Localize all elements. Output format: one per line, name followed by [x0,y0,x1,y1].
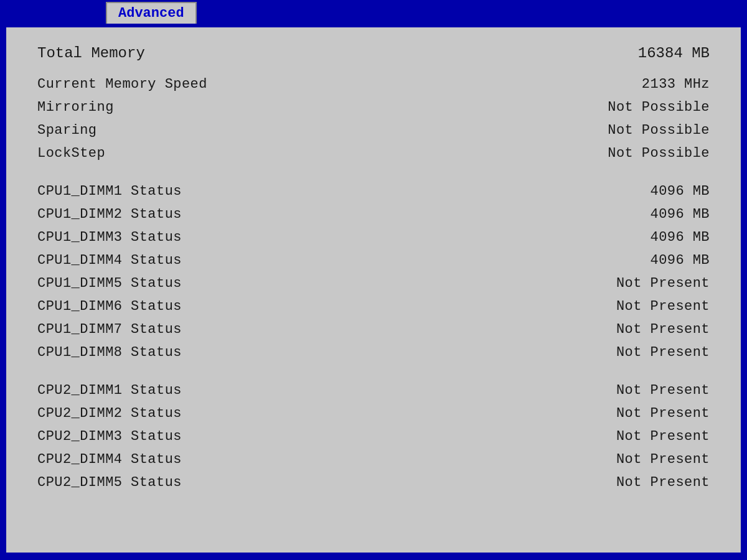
cpu1-dimm-label-7: CPU1_DIMM7 Status [37,322,182,337]
cpu2-dimms-section: CPU2_DIMM1 StatusNot PresentCPU2_DIMM2 S… [37,379,710,494]
lockstep-label: LockStep [37,146,105,161]
cpu1-dimm-value-1: 4096 MB [535,184,710,199]
cpu2-dimm-value-3: Not Present [535,429,710,444]
bios-screen: Advanced Total Memory 16384 MB Current M… [0,0,747,560]
cpu1-dimm-row-6: CPU1_DIMM6 StatusNot Present [37,295,710,318]
cpu1-dimm-label-6: CPU1_DIMM6 Status [37,299,182,314]
gap-2 [37,364,710,379]
mirroring-value: Not Possible [535,100,710,115]
cpu1-dimm-row-5: CPU1_DIMM5 StatusNot Present [37,272,710,295]
gap-1 [37,165,710,180]
sparing-row: Sparing Not Possible [37,119,710,142]
cpu2-dimm-value-5: Not Present [535,475,710,490]
cpu1-dimm-row-3: CPU1_DIMM3 Status4096 MB [37,226,710,249]
cpu1-dimm-label-3: CPU1_DIMM3 Status [37,230,182,245]
cpu1-dimm-label-8: CPU1_DIMM8 Status [37,345,182,360]
cpu1-dimms-section: CPU1_DIMM1 Status4096 MBCPU1_DIMM2 Statu… [37,180,710,364]
total-memory-value: 16384 MB [535,45,710,62]
cpu2-dimm-value-4: Not Present [535,452,710,467]
sparing-label: Sparing [37,123,97,138]
cpu1-dimm-value-8: Not Present [535,345,710,360]
cpu1-dimm-value-6: Not Present [535,299,710,314]
cpu1-dimm-value-2: 4096 MB [535,207,710,222]
content-area: Total Memory 16384 MB Current Memory Spe… [0,27,747,560]
cpu2-dimm-row-2: CPU2_DIMM2 StatusNot Present [37,402,710,425]
cpu1-dimm-row-7: CPU1_DIMM7 StatusNot Present [37,318,710,341]
tab-advanced[interactable]: Advanced [106,2,197,24]
cpu2-dimm-row-3: CPU2_DIMM3 StatusNot Present [37,425,710,448]
cpu2-dimm-value-2: Not Present [535,406,710,421]
cpu1-dimm-label-2: CPU1_DIMM2 Status [37,207,182,222]
cpu2-dimm-label-4: CPU2_DIMM4 Status [37,452,182,467]
cpu1-dimm-label-4: CPU1_DIMM4 Status [37,253,182,268]
mirroring-row: Mirroring Not Possible [37,96,710,119]
cpu2-dimm-row-1: CPU2_DIMM1 StatusNot Present [37,379,710,402]
cpu1-dimm-label-5: CPU1_DIMM5 Status [37,276,182,291]
cpu1-dimm-label-1: CPU1_DIMM1 Status [37,184,182,199]
cpu2-dimm-row-5: CPU2_DIMM5 StatusNot Present [37,471,710,494]
sparing-value: Not Possible [535,123,710,138]
total-memory-row: Total Memory 16384 MB [37,27,710,73]
cpu1-dimm-row-1: CPU1_DIMM1 Status4096 MB [37,180,710,203]
lockstep-value: Not Possible [535,146,710,161]
cpu2-dimm-value-1: Not Present [535,383,710,398]
cpu2-dimm-label-3: CPU2_DIMM3 Status [37,429,182,444]
cpu2-dimm-label-1: CPU2_DIMM1 Status [37,383,182,398]
current-speed-row: Current Memory Speed 2133 MHz [37,73,710,96]
mirroring-label: Mirroring [37,100,114,115]
cpu1-dimm-row-8: CPU1_DIMM8 StatusNot Present [37,341,710,364]
total-memory-label: Total Memory [37,45,145,62]
cpu2-dimm-row-4: CPU2_DIMM4 StatusNot Present [37,448,710,471]
cpu1-dimm-row-2: CPU1_DIMM2 Status4096 MB [37,203,710,226]
bottom-border [0,553,747,560]
cpu2-dimm-label-2: CPU2_DIMM2 Status [37,406,182,421]
cpu1-dimm-value-4: 4096 MB [535,253,710,268]
cpu1-dimm-value-3: 4096 MB [535,230,710,245]
tab-bar: Advanced [0,0,747,24]
cpu1-dimm-row-4: CPU1_DIMM4 Status4096 MB [37,249,710,272]
current-speed-value: 2133 MHz [535,77,710,92]
current-speed-label: Current Memory Speed [37,77,207,92]
cpu1-dimm-value-7: Not Present [535,322,710,337]
lockstep-row: LockStep Not Possible [37,142,710,165]
cpu2-dimm-label-5: CPU2_DIMM5 Status [37,475,182,490]
cpu1-dimm-value-5: Not Present [535,276,710,291]
